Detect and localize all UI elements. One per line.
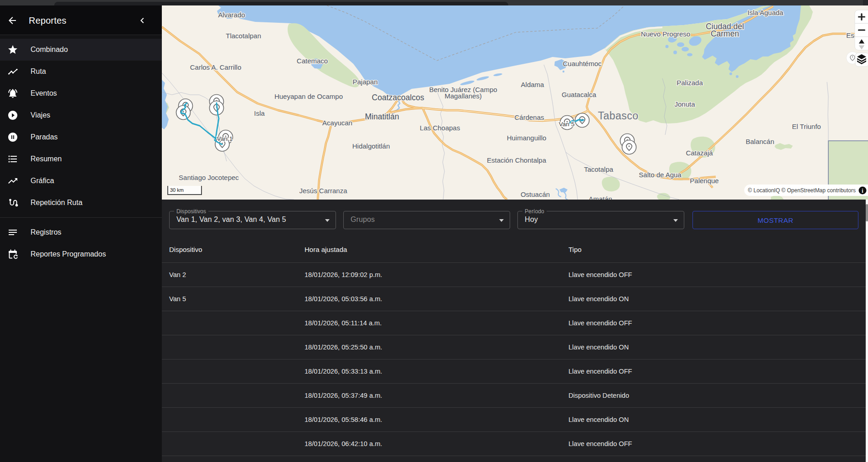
svg-text:Hueyapan de Ocampo: Hueyapan de Ocampo — [274, 92, 343, 100]
svg-text:Palenque: Palenque — [690, 177, 718, 185]
svg-text:Jesús Carranza: Jesús Carranza — [299, 187, 347, 195]
svg-text:Hidalgotitlán: Hidalgotitlán — [352, 142, 390, 150]
svg-text:Carlos A. Carrillo: Carlos A. Carrillo — [190, 63, 242, 71]
svg-text:Huimanguillo: Huimanguillo — [507, 134, 547, 142]
svg-text:Coatzacoalcos: Coatzacoalcos — [372, 93, 424, 102]
svg-text:Carmen: Carmen — [711, 29, 739, 38]
svg-text:30 km: 30 km — [170, 187, 184, 193]
svg-text:Salto de Agua: Salto de Agua — [639, 171, 682, 179]
svg-text:Minatitlán: Minatitlán — [365, 112, 399, 121]
svg-text:© LocationIQ © OpenStreetMap c: © LocationIQ © OpenStreetMap contributor… — [748, 187, 856, 194]
svg-text:Jonuta: Jonuta — [674, 100, 695, 108]
svg-text:Tlacotalpan: Tlacotalpan — [226, 32, 261, 40]
svg-text:Estación Chontalpa: Estación Chontalpa — [487, 156, 547, 164]
svg-text:Nuevo Progreso: Nuevo Progreso — [641, 30, 690, 38]
svg-text:Van 1: Van 1 — [217, 135, 232, 142]
svg-text:Isla Aguada: Isla Aguada — [748, 9, 784, 16]
svg-text:Acayucan: Acayucan — [322, 119, 352, 127]
svg-text:Pajapan: Pajapan — [352, 78, 377, 86]
svg-text:Cuauhtémoc: Cuauhtémoc — [563, 60, 602, 67]
svg-text:Ostuacán: Ostuacán — [521, 190, 550, 198]
svg-text:Catazajá: Catazajá — [686, 149, 713, 157]
svg-text:Las Choapas: Las Choapas — [420, 124, 460, 132]
svg-text:Palizada: Palizada — [677, 79, 703, 87]
svg-text:Tabasco: Tabasco — [598, 110, 638, 122]
svg-text:Guatacalca: Guatacalca — [562, 91, 597, 98]
svg-text:Isla: Isla — [254, 109, 265, 117]
svg-text:Van 5: Van 5 — [559, 121, 574, 128]
svg-text:Cárdenas: Cárdenas — [514, 113, 544, 121]
svg-text:Magallanes): Magallanes) — [444, 92, 482, 100]
svg-text:Aldama: Aldama — [521, 81, 545, 88]
svg-text:Catemaco: Catemaco — [297, 57, 328, 65]
svg-text:Tacotalpa: Tacotalpa — [584, 165, 614, 173]
svg-text:El Triunfo: El Triunfo — [792, 123, 821, 130]
svg-text:Santiago Jocotepec: Santiago Jocotepec — [179, 174, 239, 181]
svg-text:Alvarado: Alvarado — [218, 11, 245, 19]
svg-text:Amatán: Amatán — [589, 195, 612, 200]
svg-text:Balancán: Balancán — [746, 138, 775, 145]
